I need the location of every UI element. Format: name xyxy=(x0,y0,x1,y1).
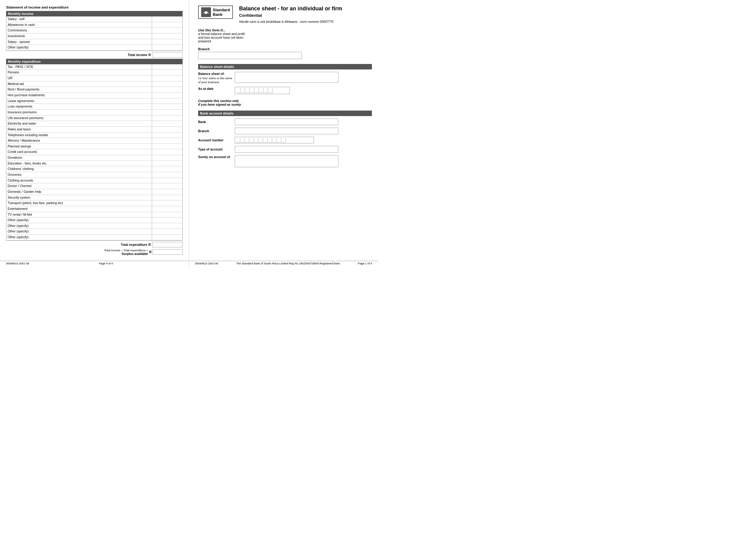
total-income-box[interactable] xyxy=(152,52,183,58)
exp-input-clothing-accounts[interactable] xyxy=(152,178,182,183)
exp-row-tv-rental: TV rental / M-Net xyxy=(6,212,182,218)
right-footer: 00049414 2001-06 The Standard Bank of So… xyxy=(189,261,378,265)
exp-label-other3: Other (specify) xyxy=(6,229,152,234)
exp-input-uif[interactable] xyxy=(152,76,182,81)
account-number-input[interactable] xyxy=(235,137,314,143)
exp-input-other3[interactable] xyxy=(152,229,182,234)
exp-input-other1[interactable] xyxy=(152,217,182,223)
exp-input-rates[interactable] xyxy=(152,127,182,132)
total-expenditure-prefix: R xyxy=(148,243,152,246)
exp-input-hire-purchase[interactable] xyxy=(152,92,182,98)
exp-row-other2: Other (specify) xyxy=(6,223,182,229)
exp-row-tax: Tax - PAYE / SITE xyxy=(6,64,182,70)
surplus-box[interactable] xyxy=(152,249,183,255)
exp-input-medical[interactable] xyxy=(152,81,182,87)
left-page: Statement of income and expenditure Mont… xyxy=(0,0,189,267)
income-row-commissions: Commissions xyxy=(6,28,182,34)
exp-row-hire-purchase: Hire purchase instalments xyxy=(6,92,182,98)
exp-row-life-assurance: Life assurance premiums xyxy=(6,115,182,121)
exp-input-education[interactable] xyxy=(152,161,182,166)
exp-row-childrens-clothing: Childrens' clothing xyxy=(6,166,182,172)
total-income-row: Total income R xyxy=(6,52,183,58)
date-cell-8 xyxy=(268,88,273,93)
balance-of-input[interactable] xyxy=(235,72,338,83)
income-rows: Salary - self Allowances in cash Commiss… xyxy=(6,16,183,51)
branch-input[interactable] xyxy=(198,52,302,59)
income-row-allowances: Allowances in cash xyxy=(6,22,182,28)
exp-row-credit-card: Credit card accounts xyxy=(6,149,182,155)
income-label-investments: Investments xyxy=(6,34,152,39)
exp-input-other4[interactable] xyxy=(152,235,182,240)
type-of-account-input[interactable] xyxy=(235,146,338,153)
exp-label-planned-savings: Planned savings xyxy=(6,144,152,149)
exp-input-alimony[interactable] xyxy=(152,138,182,143)
exp-input-other2[interactable] xyxy=(152,223,182,229)
exp-input-entertainment[interactable] xyxy=(152,206,182,212)
branch-label: Branch xyxy=(198,47,372,51)
income-input-investments[interactable] xyxy=(152,34,182,39)
surety-input[interactable] xyxy=(235,155,338,167)
income-input-other[interactable] xyxy=(152,45,182,50)
exp-input-security[interactable] xyxy=(152,195,182,200)
balance-of-label: Balance sheet of: i.e Your name or the n… xyxy=(198,72,235,84)
exp-input-rent[interactable] xyxy=(152,87,182,92)
use-form-title: Use this form if... xyxy=(198,28,253,32)
exp-input-planned-savings[interactable] xyxy=(152,144,182,149)
surplus-sublabel: Total income ÷ Total expenditure = xyxy=(104,248,148,252)
income-label-commissions: Commissions xyxy=(6,28,152,33)
exp-input-domestic[interactable] xyxy=(152,189,182,195)
income-input-salary-self[interactable] xyxy=(152,16,182,22)
exp-row-doctor: Doctor / Chemist xyxy=(6,183,182,189)
exp-input-lease[interactable] xyxy=(152,98,182,104)
as-at-input[interactable] xyxy=(235,87,290,94)
use-form-text2: and loss account have not been xyxy=(198,36,253,39)
afrikaans-note: Hierdie vorm is ook beskikbaar in Afrika… xyxy=(239,20,342,23)
exp-row-medical: Medical aid xyxy=(6,81,182,87)
exp-row-lease: Lease agreements xyxy=(6,98,182,104)
exp-input-donations[interactable] xyxy=(152,155,182,161)
monthly-expenditure-header: Monthly expenditure xyxy=(6,59,183,64)
exp-input-telephones[interactable] xyxy=(152,133,182,138)
exp-input-doctor[interactable] xyxy=(152,183,182,189)
acc-cell-8 xyxy=(268,138,272,142)
exp-input-life-assurance[interactable] xyxy=(152,115,182,121)
bank-account-details-header: Bank account details xyxy=(198,111,372,116)
exp-input-tv-rental[interactable] xyxy=(152,212,182,217)
income-input-allowances[interactable] xyxy=(152,22,182,28)
exp-input-tax[interactable] xyxy=(152,64,182,70)
total-expenditure-box[interactable] xyxy=(152,242,183,247)
right-page: Standard Bank Balance sheet - for an ind… xyxy=(189,0,378,267)
acc-cell-5 xyxy=(254,138,258,142)
exp-label-other1: Other (specify) xyxy=(6,217,152,223)
income-input-salary-spouse[interactable] xyxy=(152,39,182,45)
exp-input-groceries[interactable] xyxy=(152,172,182,178)
svg-point-1 xyxy=(205,12,207,14)
bank-branch-label: Branch xyxy=(198,129,235,133)
exp-label-insurance: Insurance premiums xyxy=(6,110,152,115)
exp-input-electricity[interactable] xyxy=(152,121,182,126)
date-cell-6 xyxy=(259,88,263,93)
exp-input-pension[interactable] xyxy=(152,70,182,75)
exp-label-tv-rental: TV rental / M-Net xyxy=(6,212,152,217)
exp-input-credit-card[interactable] xyxy=(152,149,182,155)
exp-row-groceries: Groceries xyxy=(6,172,182,178)
bank-account-details-section: Bank account details Bank Branch Account… xyxy=(198,111,372,167)
date-cell-1 xyxy=(236,88,240,93)
exp-label-loan: Loan repayments xyxy=(6,104,152,109)
expenditure-rows: Tax - PAYE / SITE Pension UIF Medical ai… xyxy=(6,64,183,241)
exp-input-insurance[interactable] xyxy=(152,110,182,115)
exp-row-loan: Loan repayments xyxy=(6,104,182,110)
bank-name-input[interactable] xyxy=(235,118,338,125)
income-label-salary-spouse: Salary - spouse xyxy=(6,39,152,45)
acc-cell-10 xyxy=(277,138,282,142)
main-title: Balance sheet - for an individual or fir… xyxy=(239,6,342,12)
exp-row-education: Education - fees, books etc. xyxy=(6,161,182,166)
total-expenditure-label: Total expenditure xyxy=(121,243,147,246)
date-cell-3 xyxy=(245,88,250,93)
exp-input-loan[interactable] xyxy=(152,104,182,109)
exp-input-childrens-clothing[interactable] xyxy=(152,166,182,172)
exp-input-transport[interactable] xyxy=(152,200,182,206)
income-input-commissions[interactable] xyxy=(152,28,182,33)
left-footer: 00049414 2001-06 Page 4 of 4 xyxy=(0,261,189,265)
bank-branch-input[interactable] xyxy=(235,128,338,134)
